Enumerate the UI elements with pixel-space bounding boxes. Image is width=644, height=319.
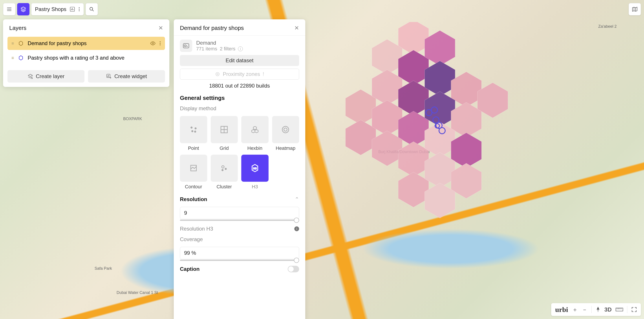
hex-cell[interactable] bbox=[425, 92, 455, 127]
create-layer-button[interactable]: Create layer bbox=[8, 70, 84, 82]
settings-panel-close[interactable]: ✕ bbox=[294, 25, 299, 32]
layers-toggle-button[interactable] bbox=[17, 3, 30, 16]
zoom-in-button[interactable]: ＋ bbox=[572, 306, 578, 314]
fullscreen-button[interactable] bbox=[631, 307, 637, 312]
resolution-slider[interactable] bbox=[180, 220, 299, 221]
create-widget-button[interactable]: Create widget bbox=[88, 70, 165, 82]
zoom-out-button[interactable]: － bbox=[582, 306, 588, 314]
svg-point-21 bbox=[195, 128, 196, 129]
display-method-label: Display method bbox=[180, 106, 299, 112]
svg-point-28 bbox=[225, 168, 226, 170]
hex-cell[interactable] bbox=[398, 172, 429, 207]
method-cluster[interactable] bbox=[211, 155, 238, 182]
method-heatmap[interactable] bbox=[272, 116, 299, 143]
drag-handle-icon[interactable]: ≡ bbox=[12, 41, 14, 46]
kebab-icon[interactable] bbox=[78, 6, 80, 12]
svg-rect-15 bbox=[107, 74, 110, 78]
hex-cell[interactable] bbox=[451, 102, 482, 138]
svg-point-17 bbox=[184, 45, 186, 47]
kebab-icon[interactable] bbox=[159, 41, 161, 46]
target-icon bbox=[215, 72, 220, 77]
method-h3[interactable]: H3 bbox=[241, 155, 268, 182]
menu-button[interactable] bbox=[3, 3, 16, 16]
info-icon[interactable]: i bbox=[238, 46, 243, 51]
edit-dataset-button[interactable]: Edit dataset bbox=[180, 55, 299, 66]
hex-cell[interactable] bbox=[451, 163, 482, 198]
search-icon bbox=[89, 6, 94, 12]
hamburger-icon bbox=[6, 6, 12, 12]
method-hexbin[interactable] bbox=[241, 116, 268, 143]
minimap-button[interactable] bbox=[628, 3, 641, 16]
layers-panel: Layers ✕ ≡ Demand for pastry shops ≡ Pas… bbox=[3, 19, 169, 87]
resolution-label: Resolution bbox=[180, 196, 207, 202]
create-layer-label: Create layer bbox=[36, 73, 65, 80]
hex-cell[interactable] bbox=[451, 133, 482, 168]
drag-handle-icon[interactable]: ≡ bbox=[12, 56, 14, 60]
svg-point-19 bbox=[217, 74, 218, 75]
proximity-zones-button[interactable]: Proximity zones ! bbox=[180, 69, 299, 80]
hex-cell[interactable] bbox=[346, 120, 376, 155]
hex-cell[interactable] bbox=[425, 152, 455, 188]
info-icon[interactable]: i bbox=[294, 226, 299, 231]
hex-cell[interactable] bbox=[398, 111, 429, 146]
svg-point-27 bbox=[222, 166, 224, 168]
method-label: H3 bbox=[252, 184, 258, 190]
svg-point-22 bbox=[192, 130, 193, 132]
ruler-icon bbox=[616, 307, 623, 312]
method-label: Point bbox=[188, 146, 199, 151]
dataset-filters: 2 filters bbox=[220, 46, 235, 52]
hex-cell[interactable] bbox=[372, 100, 402, 136]
resolution-h3-label: Resolution H3 bbox=[180, 226, 213, 232]
svg-point-25 bbox=[284, 128, 287, 131]
hex-cell[interactable] bbox=[346, 89, 376, 124]
brand-logo: urbi bbox=[555, 306, 568, 314]
coverage-slider[interactable] bbox=[180, 260, 299, 261]
dataset-items: 771 items bbox=[196, 46, 217, 52]
hex-cell[interactable] bbox=[398, 142, 429, 177]
hex-cell[interactable] bbox=[398, 22, 429, 55]
hex-cell[interactable] bbox=[425, 30, 455, 66]
heatmap-icon bbox=[281, 125, 290, 134]
layer-name: Pastry shops with a rating of 3 and abov… bbox=[28, 55, 124, 61]
compass-button[interactable] bbox=[596, 306, 600, 313]
project-title-chip[interactable]: Pastry Shops bbox=[31, 3, 84, 16]
search-button[interactable] bbox=[86, 3, 98, 16]
svg-point-20 bbox=[191, 127, 192, 128]
eye-icon[interactable] bbox=[150, 40, 156, 46]
layer-row[interactable]: ≡ Demand for pastry shops bbox=[8, 37, 165, 50]
hex-cell[interactable] bbox=[398, 80, 429, 116]
create-widget-label: Create widget bbox=[114, 73, 147, 80]
coverage-input[interactable]: 99 % bbox=[180, 247, 299, 259]
3d-button[interactable]: 3D bbox=[604, 306, 612, 313]
hex-cell[interactable] bbox=[398, 50, 429, 85]
method-contour[interactable] bbox=[180, 155, 207, 182]
hex-cell[interactable] bbox=[372, 131, 402, 166]
resolution-input[interactable]: 9 bbox=[180, 207, 299, 219]
ruler-button[interactable] bbox=[616, 307, 623, 312]
builds-text: 18801 out of 22890 builds bbox=[180, 83, 299, 89]
caption-label: Caption bbox=[180, 266, 200, 272]
hexagon-icon bbox=[18, 40, 24, 46]
hex-cell[interactable] bbox=[478, 83, 508, 118]
hexbin-icon bbox=[250, 125, 260, 134]
svg-point-29 bbox=[222, 170, 223, 171]
method-grid[interactable] bbox=[211, 116, 238, 143]
svg-point-8 bbox=[79, 9, 80, 10]
map-controls: urbi ＋ － 3D bbox=[551, 303, 641, 316]
coverage-label: Coverage bbox=[180, 236, 203, 242]
hex-cell[interactable] bbox=[451, 72, 482, 107]
layers-icon bbox=[20, 6, 26, 12]
chevron-up-icon[interactable]: ⌃ bbox=[295, 196, 299, 202]
hex-cell[interactable] bbox=[372, 70, 402, 105]
hex-cell[interactable] bbox=[425, 183, 455, 218]
caption-toggle[interactable] bbox=[288, 266, 299, 272]
hex-cell[interactable] bbox=[372, 40, 402, 74]
hex-overlay bbox=[312, 22, 576, 264]
method-point[interactable] bbox=[180, 116, 207, 143]
method-label: Hexbin bbox=[248, 146, 262, 151]
layers-panel-close[interactable]: ✕ bbox=[158, 25, 163, 32]
layer-row[interactable]: ≡ Pastry shops with a rating of 3 and ab… bbox=[8, 51, 165, 64]
hex-cell[interactable] bbox=[425, 61, 455, 96]
hex-cell[interactable] bbox=[425, 122, 455, 157]
layers-panel-title: Layers bbox=[9, 25, 26, 32]
